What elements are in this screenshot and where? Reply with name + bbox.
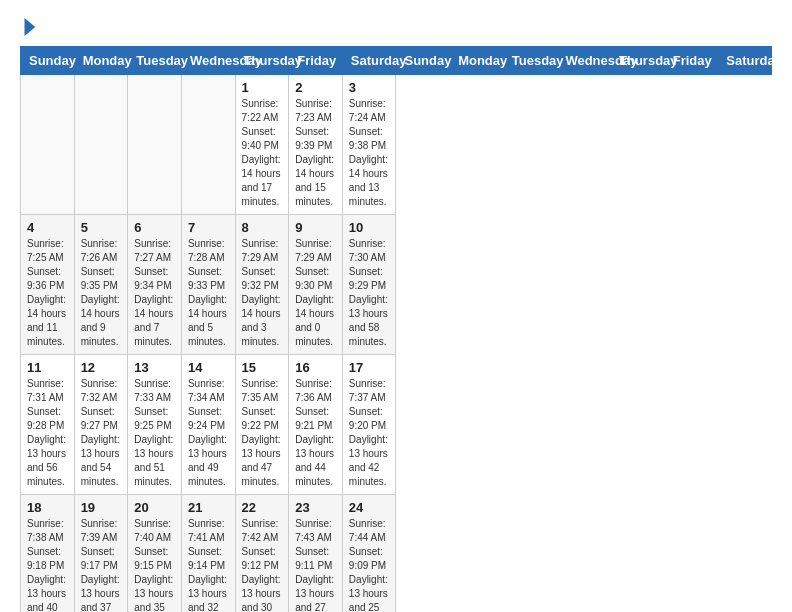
day-info: Sunrise: 7:34 AM Sunset: 9:24 PM Dayligh… bbox=[188, 377, 229, 489]
calendar-cell: 21Sunrise: 7:41 AM Sunset: 9:14 PM Dayli… bbox=[181, 495, 235, 613]
day-info: Sunrise: 7:27 AM Sunset: 9:34 PM Dayligh… bbox=[134, 237, 175, 349]
day-number: 19 bbox=[81, 500, 122, 515]
day-info: Sunrise: 7:32 AM Sunset: 9:27 PM Dayligh… bbox=[81, 377, 122, 489]
day-number: 14 bbox=[188, 360, 229, 375]
day-number: 17 bbox=[349, 360, 390, 375]
col-header-sunday: Sunday bbox=[396, 47, 450, 75]
page-header bbox=[20, 20, 772, 36]
header-monday: Monday bbox=[74, 47, 128, 75]
day-info: Sunrise: 7:43 AM Sunset: 9:11 PM Dayligh… bbox=[295, 517, 336, 612]
day-info: Sunrise: 7:31 AM Sunset: 9:28 PM Dayligh… bbox=[27, 377, 68, 489]
col-header-tuesday: Tuesday bbox=[503, 47, 557, 75]
logo-icon bbox=[22, 18, 36, 36]
day-info: Sunrise: 7:37 AM Sunset: 9:20 PM Dayligh… bbox=[349, 377, 390, 489]
calendar-week-2: 4Sunrise: 7:25 AM Sunset: 9:36 PM Daylig… bbox=[21, 215, 772, 355]
header-tuesday: Tuesday bbox=[128, 47, 182, 75]
day-number: 10 bbox=[349, 220, 390, 235]
day-info: Sunrise: 7:24 AM Sunset: 9:38 PM Dayligh… bbox=[349, 97, 390, 209]
calendar-cell: 22Sunrise: 7:42 AM Sunset: 9:12 PM Dayli… bbox=[235, 495, 289, 613]
header-wednesday: Wednesday bbox=[181, 47, 235, 75]
day-info: Sunrise: 7:42 AM Sunset: 9:12 PM Dayligh… bbox=[242, 517, 283, 612]
day-number: 7 bbox=[188, 220, 229, 235]
day-number: 12 bbox=[81, 360, 122, 375]
calendar-cell: 19Sunrise: 7:39 AM Sunset: 9:17 PM Dayli… bbox=[74, 495, 128, 613]
day-number: 11 bbox=[27, 360, 68, 375]
day-info: Sunrise: 7:44 AM Sunset: 9:09 PM Dayligh… bbox=[349, 517, 390, 612]
day-number: 22 bbox=[242, 500, 283, 515]
day-number: 18 bbox=[27, 500, 68, 515]
calendar-week-1: 1Sunrise: 7:22 AM Sunset: 9:40 PM Daylig… bbox=[21, 75, 772, 215]
calendar-week-3: 11Sunrise: 7:31 AM Sunset: 9:28 PM Dayli… bbox=[21, 355, 772, 495]
calendar-week-4: 18Sunrise: 7:38 AM Sunset: 9:18 PM Dayli… bbox=[21, 495, 772, 613]
calendar-cell: 14Sunrise: 7:34 AM Sunset: 9:24 PM Dayli… bbox=[181, 355, 235, 495]
calendar-cell bbox=[181, 75, 235, 215]
day-info: Sunrise: 7:29 AM Sunset: 9:32 PM Dayligh… bbox=[242, 237, 283, 349]
calendar-table: SundayMondayTuesdayWednesdayThursdayFrid… bbox=[20, 46, 772, 612]
day-number: 3 bbox=[349, 80, 390, 95]
calendar-cell: 9Sunrise: 7:29 AM Sunset: 9:30 PM Daylig… bbox=[289, 215, 343, 355]
day-number: 4 bbox=[27, 220, 68, 235]
day-number: 1 bbox=[242, 80, 283, 95]
day-number: 16 bbox=[295, 360, 336, 375]
calendar-header-row: SundayMondayTuesdayWednesdayThursdayFrid… bbox=[21, 47, 772, 75]
header-friday: Friday bbox=[289, 47, 343, 75]
day-info: Sunrise: 7:28 AM Sunset: 9:33 PM Dayligh… bbox=[188, 237, 229, 349]
calendar-cell: 24Sunrise: 7:44 AM Sunset: 9:09 PM Dayli… bbox=[342, 495, 396, 613]
day-info: Sunrise: 7:23 AM Sunset: 9:39 PM Dayligh… bbox=[295, 97, 336, 209]
day-number: 13 bbox=[134, 360, 175, 375]
header-thursday: Thursday bbox=[235, 47, 289, 75]
calendar-cell: 3Sunrise: 7:24 AM Sunset: 9:38 PM Daylig… bbox=[342, 75, 396, 215]
day-info: Sunrise: 7:36 AM Sunset: 9:21 PM Dayligh… bbox=[295, 377, 336, 489]
calendar-cell: 4Sunrise: 7:25 AM Sunset: 9:36 PM Daylig… bbox=[21, 215, 75, 355]
col-header-monday: Monday bbox=[450, 47, 504, 75]
calendar-cell bbox=[21, 75, 75, 215]
day-info: Sunrise: 7:38 AM Sunset: 9:18 PM Dayligh… bbox=[27, 517, 68, 612]
calendar-cell: 2Sunrise: 7:23 AM Sunset: 9:39 PM Daylig… bbox=[289, 75, 343, 215]
col-header-saturday: Saturday bbox=[718, 47, 772, 75]
calendar-cell: 8Sunrise: 7:29 AM Sunset: 9:32 PM Daylig… bbox=[235, 215, 289, 355]
calendar-cell: 15Sunrise: 7:35 AM Sunset: 9:22 PM Dayli… bbox=[235, 355, 289, 495]
svg-marker-0 bbox=[25, 18, 36, 36]
header-saturday: Saturday bbox=[342, 47, 396, 75]
day-number: 23 bbox=[295, 500, 336, 515]
day-info: Sunrise: 7:30 AM Sunset: 9:29 PM Dayligh… bbox=[349, 237, 390, 349]
day-info: Sunrise: 7:22 AM Sunset: 9:40 PM Dayligh… bbox=[242, 97, 283, 209]
calendar-cell: 6Sunrise: 7:27 AM Sunset: 9:34 PM Daylig… bbox=[128, 215, 182, 355]
calendar-cell bbox=[74, 75, 128, 215]
day-number: 21 bbox=[188, 500, 229, 515]
header-sunday: Sunday bbox=[21, 47, 75, 75]
col-header-friday: Friday bbox=[664, 47, 718, 75]
calendar-cell: 18Sunrise: 7:38 AM Sunset: 9:18 PM Dayli… bbox=[21, 495, 75, 613]
calendar-cell: 5Sunrise: 7:26 AM Sunset: 9:35 PM Daylig… bbox=[74, 215, 128, 355]
calendar-cell: 1Sunrise: 7:22 AM Sunset: 9:40 PM Daylig… bbox=[235, 75, 289, 215]
calendar-cell: 17Sunrise: 7:37 AM Sunset: 9:20 PM Dayli… bbox=[342, 355, 396, 495]
calendar-cell bbox=[128, 75, 182, 215]
col-header-thursday: Thursday bbox=[611, 47, 665, 75]
day-info: Sunrise: 7:39 AM Sunset: 9:17 PM Dayligh… bbox=[81, 517, 122, 612]
calendar-cell: 20Sunrise: 7:40 AM Sunset: 9:15 PM Dayli… bbox=[128, 495, 182, 613]
day-number: 15 bbox=[242, 360, 283, 375]
day-number: 8 bbox=[242, 220, 283, 235]
calendar-cell: 12Sunrise: 7:32 AM Sunset: 9:27 PM Dayli… bbox=[74, 355, 128, 495]
day-info: Sunrise: 7:29 AM Sunset: 9:30 PM Dayligh… bbox=[295, 237, 336, 349]
calendar-cell: 16Sunrise: 7:36 AM Sunset: 9:21 PM Dayli… bbox=[289, 355, 343, 495]
day-number: 6 bbox=[134, 220, 175, 235]
col-header-wednesday: Wednesday bbox=[557, 47, 611, 75]
day-info: Sunrise: 7:33 AM Sunset: 9:25 PM Dayligh… bbox=[134, 377, 175, 489]
day-info: Sunrise: 7:26 AM Sunset: 9:35 PM Dayligh… bbox=[81, 237, 122, 349]
day-info: Sunrise: 7:25 AM Sunset: 9:36 PM Dayligh… bbox=[27, 237, 68, 349]
day-number: 24 bbox=[349, 500, 390, 515]
day-number: 5 bbox=[81, 220, 122, 235]
calendar-cell: 11Sunrise: 7:31 AM Sunset: 9:28 PM Dayli… bbox=[21, 355, 75, 495]
calendar-cell: 7Sunrise: 7:28 AM Sunset: 9:33 PM Daylig… bbox=[181, 215, 235, 355]
day-info: Sunrise: 7:35 AM Sunset: 9:22 PM Dayligh… bbox=[242, 377, 283, 489]
calendar-cell: 13Sunrise: 7:33 AM Sunset: 9:25 PM Dayli… bbox=[128, 355, 182, 495]
calendar-cell: 23Sunrise: 7:43 AM Sunset: 9:11 PM Dayli… bbox=[289, 495, 343, 613]
logo bbox=[20, 20, 36, 36]
day-number: 20 bbox=[134, 500, 175, 515]
day-number: 9 bbox=[295, 220, 336, 235]
calendar-cell: 10Sunrise: 7:30 AM Sunset: 9:29 PM Dayli… bbox=[342, 215, 396, 355]
day-number: 2 bbox=[295, 80, 336, 95]
day-info: Sunrise: 7:40 AM Sunset: 9:15 PM Dayligh… bbox=[134, 517, 175, 612]
day-info: Sunrise: 7:41 AM Sunset: 9:14 PM Dayligh… bbox=[188, 517, 229, 612]
